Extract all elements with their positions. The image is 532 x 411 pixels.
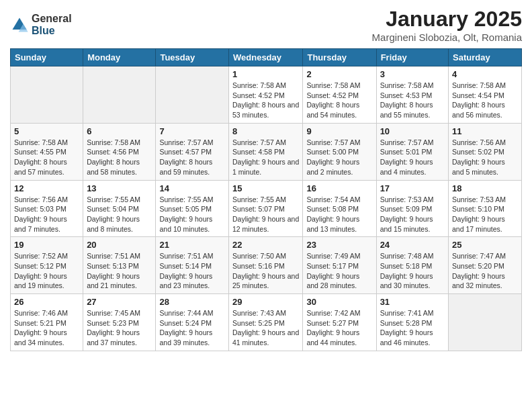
calendar-week-row: 12Sunrise: 7:56 AM Sunset: 5:03 PM Dayli… bbox=[11, 180, 522, 237]
day-number: 14 bbox=[159, 183, 225, 193]
calendar-cell: 14Sunrise: 7:55 AM Sunset: 5:05 PM Dayli… bbox=[156, 180, 229, 237]
day-info: Sunrise: 7:57 AM Sunset: 5:00 PM Dayligh… bbox=[306, 138, 372, 177]
day-number: 9 bbox=[306, 126, 372, 136]
day-info: Sunrise: 7:45 AM Sunset: 5:23 PM Dayligh… bbox=[87, 308, 152, 348]
calendar-week-row: 5Sunrise: 7:58 AM Sunset: 4:55 PM Daylig… bbox=[11, 123, 522, 180]
calendar-cell bbox=[156, 66, 229, 124]
day-info: Sunrise: 7:55 AM Sunset: 5:05 PM Dayligh… bbox=[159, 195, 225, 234]
day-info: Sunrise: 7:53 AM Sunset: 5:10 PM Dayligh… bbox=[452, 195, 518, 234]
calendar-week-row: 19Sunrise: 7:52 AM Sunset: 5:12 PM Dayli… bbox=[11, 237, 522, 294]
day-info: Sunrise: 7:42 AM Sunset: 5:27 PM Dayligh… bbox=[306, 308, 372, 348]
day-number: 27 bbox=[87, 297, 152, 307]
day-number: 20 bbox=[87, 240, 152, 250]
day-number: 25 bbox=[452, 240, 518, 250]
day-number: 1 bbox=[232, 69, 299, 79]
day-number: 16 bbox=[306, 183, 372, 193]
day-number: 13 bbox=[87, 183, 152, 193]
calendar: SundayMondayTuesdayWednesdayThursdayFrid… bbox=[10, 48, 522, 351]
title-section: January 2025 Margineni Slobozia, Olt, Ro… bbox=[372, 7, 522, 43]
day-number: 3 bbox=[380, 69, 445, 79]
calendar-cell bbox=[449, 294, 522, 351]
calendar-cell: 9Sunrise: 7:57 AM Sunset: 5:00 PM Daylig… bbox=[303, 123, 376, 180]
day-number: 21 bbox=[159, 240, 225, 250]
weekday-header: Sunday bbox=[11, 49, 83, 66]
day-info: Sunrise: 7:58 AM Sunset: 4:52 PM Dayligh… bbox=[306, 81, 372, 120]
day-info: Sunrise: 7:58 AM Sunset: 4:52 PM Dayligh… bbox=[232, 81, 299, 120]
calendar-header-row: SundayMondayTuesdayWednesdayThursdayFrid… bbox=[11, 49, 522, 66]
day-number: 5 bbox=[14, 126, 79, 136]
calendar-cell: 16Sunrise: 7:54 AM Sunset: 5:08 PM Dayli… bbox=[303, 180, 376, 237]
day-info: Sunrise: 7:41 AM Sunset: 5:28 PM Dayligh… bbox=[380, 308, 445, 348]
calendar-cell: 12Sunrise: 7:56 AM Sunset: 5:03 PM Dayli… bbox=[11, 180, 83, 237]
page: General Blue January 2025 Margineni Slob… bbox=[0, 0, 532, 358]
calendar-cell: 5Sunrise: 7:58 AM Sunset: 4:55 PM Daylig… bbox=[11, 123, 83, 180]
day-number: 22 bbox=[232, 240, 299, 250]
header: General Blue January 2025 Margineni Slob… bbox=[10, 7, 522, 43]
logo-text: General Blue bbox=[32, 13, 72, 36]
day-number: 12 bbox=[14, 183, 79, 193]
day-number: 6 bbox=[87, 126, 152, 136]
calendar-week-row: 1Sunrise: 7:58 AM Sunset: 4:52 PM Daylig… bbox=[11, 66, 522, 124]
day-info: Sunrise: 7:43 AM Sunset: 5:25 PM Dayligh… bbox=[232, 308, 299, 348]
calendar-cell: 8Sunrise: 7:57 AM Sunset: 4:58 PM Daylig… bbox=[229, 123, 303, 180]
weekday-header: Thursday bbox=[303, 49, 376, 66]
day-number: 11 bbox=[452, 126, 518, 136]
location: Margineni Slobozia, Olt, Romania bbox=[372, 32, 522, 43]
calendar-cell: 1Sunrise: 7:58 AM Sunset: 4:52 PM Daylig… bbox=[229, 66, 303, 124]
day-info: Sunrise: 7:53 AM Sunset: 5:09 PM Dayligh… bbox=[380, 195, 445, 234]
day-number: 19 bbox=[14, 240, 79, 250]
calendar-cell: 15Sunrise: 7:55 AM Sunset: 5:07 PM Dayli… bbox=[229, 180, 303, 237]
calendar-cell: 22Sunrise: 7:50 AM Sunset: 5:16 PM Dayli… bbox=[229, 237, 303, 294]
day-number: 15 bbox=[232, 183, 299, 193]
day-info: Sunrise: 7:55 AM Sunset: 5:07 PM Dayligh… bbox=[232, 195, 299, 234]
calendar-cell: 28Sunrise: 7:44 AM Sunset: 5:24 PM Dayli… bbox=[156, 294, 229, 351]
calendar-cell: 31Sunrise: 7:41 AM Sunset: 5:28 PM Dayli… bbox=[376, 294, 448, 351]
weekday-header: Monday bbox=[83, 49, 156, 66]
day-number: 17 bbox=[380, 183, 445, 193]
calendar-cell: 6Sunrise: 7:58 AM Sunset: 4:56 PM Daylig… bbox=[83, 123, 156, 180]
calendar-cell: 11Sunrise: 7:56 AM Sunset: 5:02 PM Dayli… bbox=[449, 123, 522, 180]
day-info: Sunrise: 7:50 AM Sunset: 5:16 PM Dayligh… bbox=[232, 251, 299, 291]
day-number: 2 bbox=[306, 69, 372, 79]
calendar-cell: 23Sunrise: 7:49 AM Sunset: 5:17 PM Dayli… bbox=[303, 237, 376, 294]
day-info: Sunrise: 7:49 AM Sunset: 5:17 PM Dayligh… bbox=[306, 251, 372, 291]
day-number: 10 bbox=[380, 126, 445, 136]
day-info: Sunrise: 7:57 AM Sunset: 5:01 PM Dayligh… bbox=[380, 138, 445, 177]
logo-general: General bbox=[32, 13, 72, 25]
calendar-cell: 20Sunrise: 7:51 AM Sunset: 5:13 PM Dayli… bbox=[83, 237, 156, 294]
logo: General Blue bbox=[10, 13, 72, 36]
logo-icon bbox=[10, 15, 29, 34]
calendar-cell: 21Sunrise: 7:51 AM Sunset: 5:14 PM Dayli… bbox=[156, 237, 229, 294]
day-info: Sunrise: 7:57 AM Sunset: 4:58 PM Dayligh… bbox=[232, 138, 299, 177]
day-number: 23 bbox=[306, 240, 372, 250]
day-info: Sunrise: 7:51 AM Sunset: 5:13 PM Dayligh… bbox=[87, 251, 152, 291]
month-title: January 2025 bbox=[372, 7, 522, 32]
calendar-cell: 17Sunrise: 7:53 AM Sunset: 5:09 PM Dayli… bbox=[376, 180, 448, 237]
calendar-cell: 24Sunrise: 7:48 AM Sunset: 5:18 PM Dayli… bbox=[376, 237, 448, 294]
day-number: 8 bbox=[232, 126, 299, 136]
day-number: 7 bbox=[159, 126, 225, 136]
day-info: Sunrise: 7:52 AM Sunset: 5:12 PM Dayligh… bbox=[14, 251, 79, 291]
day-number: 26 bbox=[14, 297, 79, 307]
calendar-cell: 25Sunrise: 7:47 AM Sunset: 5:20 PM Dayli… bbox=[449, 237, 522, 294]
day-info: Sunrise: 7:56 AM Sunset: 5:03 PM Dayligh… bbox=[14, 195, 79, 234]
day-info: Sunrise: 7:54 AM Sunset: 5:08 PM Dayligh… bbox=[306, 195, 372, 234]
weekday-header: Friday bbox=[376, 49, 448, 66]
day-info: Sunrise: 7:44 AM Sunset: 5:24 PM Dayligh… bbox=[159, 308, 225, 348]
day-info: Sunrise: 7:56 AM Sunset: 5:02 PM Dayligh… bbox=[452, 138, 518, 177]
logo-blue: Blue bbox=[32, 25, 72, 37]
weekday-header: Tuesday bbox=[156, 49, 229, 66]
day-number: 28 bbox=[159, 297, 225, 307]
calendar-cell: 7Sunrise: 7:57 AM Sunset: 4:57 PM Daylig… bbox=[156, 123, 229, 180]
day-info: Sunrise: 7:48 AM Sunset: 5:18 PM Dayligh… bbox=[380, 251, 445, 291]
day-info: Sunrise: 7:58 AM Sunset: 4:56 PM Dayligh… bbox=[87, 138, 152, 177]
calendar-week-row: 26Sunrise: 7:46 AM Sunset: 5:21 PM Dayli… bbox=[11, 294, 522, 351]
day-info: Sunrise: 7:58 AM Sunset: 4:55 PM Dayligh… bbox=[14, 138, 79, 177]
weekday-header: Saturday bbox=[449, 49, 522, 66]
day-info: Sunrise: 7:58 AM Sunset: 4:53 PM Dayligh… bbox=[380, 81, 445, 120]
calendar-cell bbox=[11, 66, 83, 124]
weekday-header: Wednesday bbox=[229, 49, 303, 66]
calendar-cell: 30Sunrise: 7:42 AM Sunset: 5:27 PM Dayli… bbox=[303, 294, 376, 351]
day-info: Sunrise: 7:58 AM Sunset: 4:54 PM Dayligh… bbox=[452, 81, 518, 120]
day-number: 18 bbox=[452, 183, 518, 193]
